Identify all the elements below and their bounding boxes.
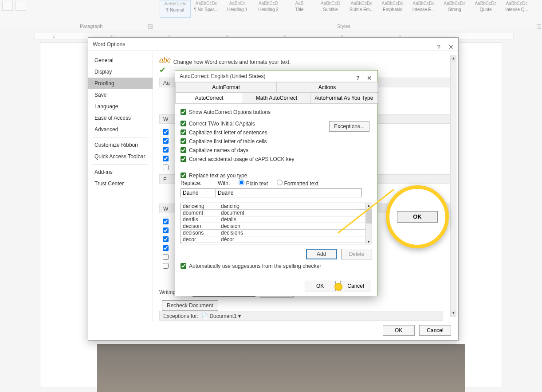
cap-table-checkbox[interactable]: Capitalize first letter of table cells xyxy=(181,137,372,145)
table-row[interactable]: deatilsdetails xyxy=(181,216,372,223)
with-label: With: xyxy=(218,180,230,186)
tab-actions[interactable]: Actions xyxy=(276,82,378,92)
sidebar-item-general[interactable]: General xyxy=(88,55,153,66)
opt-check-8[interactable] xyxy=(163,236,169,242)
replace-as-type-checkbox[interactable]: Replace text as you type xyxy=(181,171,372,180)
cap-table-label: Capitalize first letter of table cells xyxy=(189,138,267,145)
opt-check-7[interactable] xyxy=(163,227,169,233)
opt-check-2[interactable] xyxy=(163,138,169,144)
opt-check-5[interactable] xyxy=(163,165,169,170)
exceptions-for-label: Exceptions for: xyxy=(163,313,198,319)
autocorrect-titlebar: AutoCorrect: English (United States) ? ✕ xyxy=(175,71,377,82)
sidebar-item-advanced[interactable]: Advanced xyxy=(88,124,153,135)
table-row[interactable]: decisonsdecisions xyxy=(181,230,372,236)
callout-dot xyxy=(334,283,342,291)
autocorrect-ok-button[interactable]: OK xyxy=(305,281,336,291)
proofing-heading: Change how Word corrects and formats you… xyxy=(173,56,291,65)
correct-two-label: Correct TWo INitial CApitals xyxy=(189,121,255,127)
replace-label: Replace: xyxy=(181,180,213,186)
cap-days-checkbox[interactable]: Capitalize names of days xyxy=(181,145,372,154)
tab-math-autocorrect[interactable]: Math AutoCorrect xyxy=(243,93,310,103)
show-options-checkbox[interactable]: Show AutoCorrect Options buttons xyxy=(181,107,372,116)
opt-check-3[interactable] xyxy=(163,147,169,153)
opt-check-4[interactable] xyxy=(163,156,169,161)
opt-check-1[interactable] xyxy=(163,129,169,135)
table-row[interactable]: danceingdancing xyxy=(181,203,372,210)
opt-check-11[interactable] xyxy=(163,263,169,269)
options-sidebar: GeneralDisplayProofingSaveLanguageEase o… xyxy=(88,51,153,322)
sidebar-item-save[interactable]: Save xyxy=(88,89,153,101)
replace-as-type-label: Replace text as you type xyxy=(189,172,247,179)
formatted-text-radio[interactable]: Formatted text xyxy=(277,180,318,187)
autocorrect-title: AutoCorrect: English (United States) xyxy=(180,73,265,79)
sidebar-item-trust-center[interactable]: Trust Center xyxy=(88,178,153,189)
auto-suggest-checkbox[interactable]: Automatically use suggestions from the s… xyxy=(181,261,372,270)
sidebar-item-proofing[interactable]: Proofing xyxy=(88,78,153,89)
sidebar-item-display[interactable]: Display xyxy=(88,66,153,78)
options-ok-button[interactable]: OK xyxy=(383,325,415,336)
tab-autocorrect[interactable]: AutoCorrect xyxy=(175,93,243,103)
delete-button[interactable]: Delete xyxy=(341,249,372,259)
with-input[interactable] xyxy=(216,188,362,197)
autocorrect-cancel-button[interactable]: Cancel xyxy=(340,281,371,291)
show-options-label: Show AutoCorrect Options buttons xyxy=(189,109,271,115)
opt-check-10[interactable] xyxy=(163,254,169,260)
replace-input[interactable] xyxy=(181,188,216,197)
add-button[interactable]: Add xyxy=(306,249,337,259)
exceptions-band: Exceptions for: 📄 Document1 ▾ xyxy=(159,311,443,321)
auto-suggest-label: Automatically use suggestions from the s… xyxy=(189,263,321,269)
caps-lock-checkbox[interactable]: Correct accidental usage of cAPS LOCK ke… xyxy=(181,154,372,163)
opt-check-6[interactable] xyxy=(163,219,169,224)
word-options-titlebar: Word Options ? ✕ xyxy=(88,38,458,51)
sidebar-item-quick-access-toolbar[interactable]: Quick Access Toolbar xyxy=(88,151,153,162)
autocorrect-table[interactable]: danceingdancingdcumentdocumentdeatilsdet… xyxy=(181,203,372,244)
caps-lock-label: Correct accidental usage of cAPS LOCK ke… xyxy=(189,156,294,162)
exceptions-button[interactable]: Exceptions... xyxy=(329,121,369,132)
exceptions-for-value: Document1 xyxy=(209,313,236,319)
autocorrect-tabs-bottom: AutoCorrect Math AutoCorrect AutoFormat … xyxy=(175,93,377,104)
word-options-title: Word Options xyxy=(93,41,125,47)
sidebar-item-add-ins[interactable]: Add-ins xyxy=(88,166,153,178)
ok-callout-button: OK xyxy=(397,211,438,223)
tab-autoformat-as-you-type[interactable]: AutoFormat As You Type xyxy=(310,93,378,103)
cap-sentence-label: Capitalize first letter of sentences xyxy=(189,129,267,136)
pane-scrollbar[interactable]: ▴▾ xyxy=(450,55,456,317)
opt-check-9[interactable] xyxy=(163,245,169,251)
ok-callout: OK xyxy=(386,185,449,248)
sidebar-item-customize-ribbon[interactable]: Customize Ribbon xyxy=(88,139,153,151)
table-row[interactable]: dcumentdocument xyxy=(181,210,372,216)
autocorrect-tabs-top: AutoFormat Actions xyxy=(175,82,377,93)
autocorrect-dialog: AutoCorrect: English (United States) ? ✕… xyxy=(175,70,378,296)
options-cancel-button[interactable]: Cancel xyxy=(419,325,451,336)
sidebar-item-language[interactable]: Language xyxy=(88,101,153,112)
plain-text-radio[interactable]: Plain text xyxy=(239,180,268,187)
abc-icon: abc✔ xyxy=(159,56,171,74)
sidebar-item-ease-of-access[interactable]: Ease of Access xyxy=(88,112,153,124)
tab-autoformat[interactable]: AutoFormat xyxy=(175,82,277,92)
recheck-document-button[interactable]: Recheck Document xyxy=(162,300,218,311)
table-row[interactable]: decordécor xyxy=(181,236,372,243)
help-icon[interactable]: ? xyxy=(356,72,360,84)
cap-days-label: Capitalize names of days xyxy=(189,147,248,153)
close-icon[interactable]: ✕ xyxy=(367,72,372,84)
